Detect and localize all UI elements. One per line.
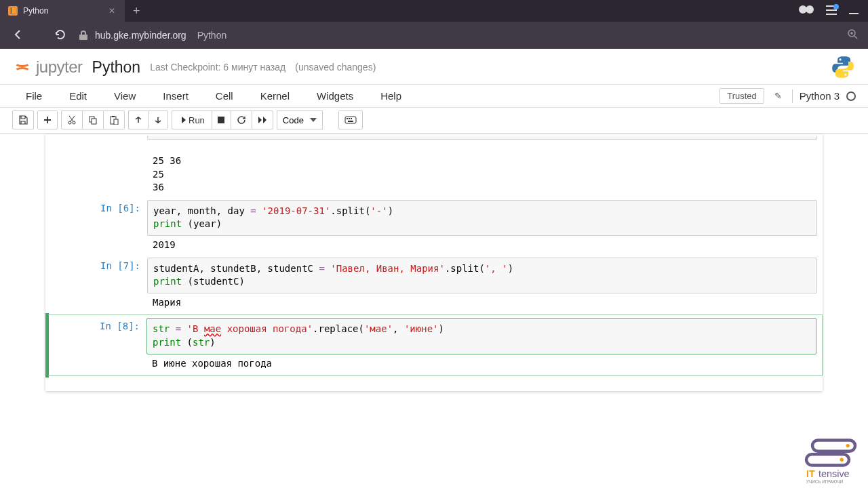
restart-button[interactable] — [231, 110, 252, 129]
svg-rect-15 — [114, 119, 118, 125]
lock-icon — [79, 30, 88, 40]
svg-text:IT: IT — [806, 468, 815, 479]
menu-kernel[interactable]: Kernel — [247, 86, 303, 106]
menubar: File Edit View Insert Cell Kernel Widget… — [0, 85, 868, 108]
output-prompt-5: x — [49, 152, 147, 197]
svg-rect-1 — [826, 9, 837, 11]
svg-point-25 — [840, 458, 844, 462]
reload-button[interactable] — [52, 26, 69, 45]
notebook-name[interactable]: Python — [92, 58, 141, 77]
menu-insert[interactable]: Insert — [149, 86, 202, 106]
python-logo-icon — [830, 54, 856, 80]
code-cell-6[interactable]: In [6]: year, month, day = '2019-07-31'.… — [45, 199, 823, 256]
interrupt-button[interactable] — [212, 110, 231, 129]
code-cell-7[interactable]: In [7]: studentA, stundetB, studentC = '… — [45, 256, 823, 314]
svg-rect-2 — [826, 14, 837, 15]
svg-rect-4 — [79, 35, 87, 40]
output-prompt-6: x — [49, 236, 147, 255]
move-down-button[interactable] — [148, 110, 168, 129]
svg-rect-21 — [348, 121, 353, 122]
code-cell-8[interactable]: In [8]: str = 'В мае хорошая погода'.rep… — [45, 313, 823, 378]
unsaved-status: (unsaved changes) — [295, 62, 376, 73]
close-tab-icon[interactable]: ✕ — [106, 5, 118, 17]
code-input-6[interactable]: year, month, day = '2019-07-31'.split('-… — [147, 200, 817, 236]
jupyter-logo-icon — [12, 57, 33, 77]
output-text-7: Мария — [147, 293, 817, 312]
menu-file[interactable]: File — [12, 86, 56, 106]
menu-help[interactable]: Help — [367, 86, 415, 106]
output-text-6: 2019 — [147, 236, 817, 255]
url-path: Python — [197, 30, 227, 41]
save-button[interactable] — [12, 110, 34, 129]
input-prompt-8: In [8]: — [48, 318, 146, 354]
menu-widgets[interactable]: Widgets — [303, 86, 367, 106]
jupyter-header: jupyter Python Last Checkpoint: 6 минут … — [0, 49, 868, 85]
input-prompt-7: In [7]: — [49, 258, 147, 293]
output-text-8: В июне хорошая погода — [146, 354, 816, 373]
edit-icon[interactable]: ✎ — [771, 89, 785, 102]
run-button[interactable]: Run — [172, 110, 212, 129]
new-tab-button[interactable]: + — [125, 4, 149, 18]
cut-button[interactable] — [61, 110, 82, 129]
forward-button[interactable] — [37, 33, 42, 38]
svg-point-9 — [68, 121, 71, 124]
toolbar: Run Code — [0, 108, 868, 134]
output-prompt-7: x — [49, 293, 147, 312]
code-input-8[interactable]: str = 'В мае хорошая погода'.replace('ма… — [146, 318, 816, 354]
jupyter-logo[interactable]: jupyter — [12, 57, 83, 77]
svg-text:УЧИСЬ ИГРАЮЧИ: УЧИСЬ ИГРАЮЧИ — [806, 479, 843, 484]
address-bar[interactable]: hub.gke.mybinder.org Python — [79, 29, 859, 42]
browser-toolbar: hub.gke.mybinder.org Python — [0, 22, 868, 49]
code-input-7[interactable]: studentA, stundetB, studentC = 'Павел, И… — [147, 258, 817, 293]
browser-tab[interactable]: 📙 Python ✕ — [0, 0, 125, 22]
jupyter-favicon-icon: 📙 — [8, 6, 18, 16]
svg-point-10 — [73, 121, 75, 124]
svg-rect-17 — [345, 117, 356, 123]
trusted-badge[interactable]: Trusted — [719, 88, 764, 104]
browser-tab-strip: 📙 Python ✕ + — [0, 0, 868, 22]
svg-rect-14 — [112, 116, 115, 117]
svg-rect-20 — [351, 118, 352, 119]
cell-5-tail: x 25 36 25 36 — [45, 134, 823, 199]
reader-icon[interactable] — [799, 5, 814, 17]
copy-button[interactable] — [82, 110, 103, 129]
jupyter-logo-text: jupyter — [36, 58, 83, 77]
notebook-area: x 25 36 25 36 In [6]: year, month, day =… — [0, 134, 868, 391]
input-prompt-6: In [6]: — [49, 200, 147, 236]
watermark-logo: IT tensive УЧИСЬ ИГРАЮЧИ — [800, 437, 861, 488]
svg-point-24 — [846, 444, 850, 447]
checkpoint-status: Last Checkpoint: 6 минут назад — [150, 62, 285, 73]
zoom-icon[interactable] — [848, 29, 859, 42]
paste-button[interactable] — [103, 110, 125, 129]
tab-title: Python — [23, 6, 100, 16]
kernel-indicator-icon[interactable] — [846, 92, 856, 101]
menu-cell[interactable]: Cell — [202, 86, 247, 106]
svg-rect-16 — [218, 117, 224, 123]
url-host: hub.gke.mybinder.org — [95, 30, 186, 41]
output-text-5: 25 36 25 36 — [147, 152, 817, 197]
menu-view[interactable]: View — [100, 86, 149, 106]
notebook-container: x 25 36 25 36 In [6]: year, month, day =… — [45, 134, 823, 391]
command-palette-button[interactable] — [338, 110, 363, 129]
svg-rect-18 — [347, 118, 348, 119]
svg-rect-3 — [849, 13, 859, 14]
svg-rect-19 — [349, 118, 350, 119]
divider — [792, 89, 793, 103]
menu-edit[interactable]: Edit — [56, 86, 100, 106]
cell-type-select[interactable]: Code — [277, 110, 323, 129]
move-up-button[interactable] — [128, 110, 148, 129]
minimize-icon[interactable] — [849, 5, 859, 17]
menu-icon[interactable] — [826, 5, 837, 17]
add-cell-button[interactable] — [37, 110, 58, 129]
svg-line-6 — [854, 36, 857, 39]
back-button[interactable] — [9, 26, 27, 45]
svg-rect-12 — [92, 119, 96, 124]
restart-run-all-button[interactable] — [252, 110, 273, 129]
svg-text:tensive: tensive — [818, 468, 850, 479]
output-prompt-8: x — [48, 354, 146, 373]
input-prompt-5 — [49, 136, 147, 152]
kernel-name[interactable]: Python 3 — [800, 90, 840, 102]
